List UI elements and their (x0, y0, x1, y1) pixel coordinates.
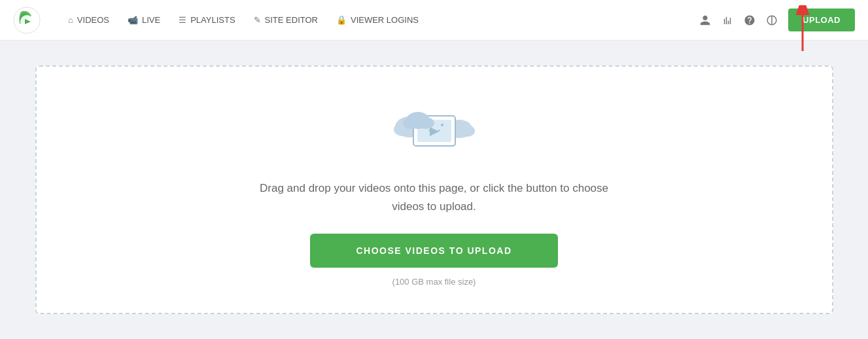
navbar: ⌂ VIDEOS 📹 LIVE ☰ PLAYLISTS ✎ SITE EDITO… (0, 0, 868, 41)
choose-videos-button[interactable]: CHOOSE VIDEOS TO UPLOAD (310, 234, 557, 268)
svg-point-10 (459, 125, 475, 137)
lock-icon: 🔒 (336, 15, 347, 25)
navbar-right: UPLOAD (699, 9, 855, 31)
playlists-icon: ☰ (179, 15, 186, 25)
logo[interactable] (13, 7, 41, 34)
nav-item-live[interactable]: 📹 LIVE (120, 10, 168, 30)
svg-point-17 (403, 117, 419, 129)
nav-item-playlists[interactable]: ☰ PLAYLISTS (171, 10, 243, 30)
svg-point-18 (417, 117, 434, 129)
nav-links: ⌂ VIDEOS 📹 LIVE ☰ PLAYLISTS ✎ SITE EDITO… (60, 10, 699, 30)
analytics-icon[interactable] (721, 14, 733, 26)
drag-drop-text: Drag and drop your videos onto this page… (251, 179, 617, 215)
nav-item-site-editor[interactable]: ✎ SITE EDITOR (246, 10, 326, 30)
globe-icon[interactable] (766, 14, 778, 26)
home-icon: ⌂ (68, 15, 73, 25)
nav-item-videos[interactable]: ⌂ VIDEOS (60, 10, 117, 30)
nav-item-viewer-logins[interactable]: 🔒 VIEWER LOGINS (328, 10, 426, 30)
file-size-note: (100 GB max file size) (392, 277, 476, 287)
main-content: Drag and drop your videos onto this page… (0, 41, 868, 339)
help-icon[interactable] (744, 14, 755, 26)
edit-icon: ✎ (254, 15, 261, 25)
svg-point-15 (441, 124, 443, 126)
upload-drop-zone[interactable]: Drag and drop your videos onto this page… (35, 65, 833, 313)
upload-button[interactable]: UPLOAD (788, 9, 855, 31)
upload-illustration (382, 93, 487, 161)
live-icon: 📹 (128, 15, 138, 25)
user-icon[interactable] (699, 14, 711, 26)
